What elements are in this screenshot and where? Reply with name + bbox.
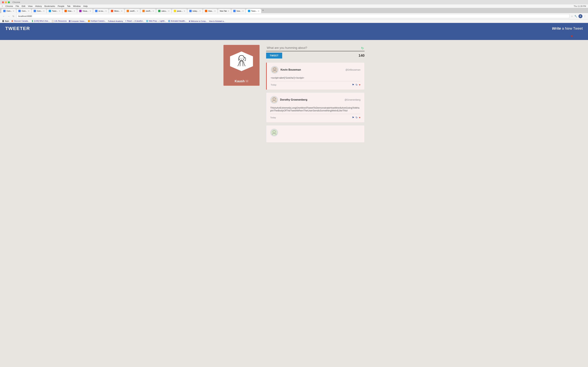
maximize-button[interactable] (8, 1, 10, 3)
tweet-actions-2: ⚑ ↻ ♥ (352, 116, 361, 119)
tweet-avatar-1 (271, 66, 279, 74)
tweet-button[interactable]: TWEET (266, 53, 282, 58)
menu-bookmarks[interactable]: Bookmarks (44, 5, 55, 7)
bm-kickstart[interactable]: How to Kickstart a... (209, 20, 225, 22)
bm-animated[interactable]: 🌀 Animated Headlin... (168, 20, 186, 22)
compose-input-wrapper: ↻ (266, 45, 364, 51)
title-bar: Chrome (0, 0, 588, 4)
arrow-down-icon: ♥ (571, 34, 573, 38)
heart-icon-2[interactable]: ♥ (359, 116, 361, 119)
compose-input[interactable] (266, 45, 364, 51)
menu-help[interactable]: Help (83, 5, 88, 7)
reload-button[interactable]: ↻ (12, 15, 15, 18)
menu-edit[interactable]: Edit (22, 5, 25, 7)
tab-no-ou[interactable]: no ou... ✕ (93, 9, 109, 13)
tweet-footer-2: Today ⚑ ↻ ♥ (270, 116, 360, 119)
menu-dots[interactable]: ⋮ (584, 15, 586, 17)
tweet-avatar-2 (270, 96, 278, 104)
menu-file[interactable]: File (16, 5, 19, 7)
tweet-user-1: Kevin Bouwman (271, 66, 301, 74)
extensions-icon[interactable]: 🔧 (574, 15, 577, 17)
profile-name-area: Kaush M (224, 78, 259, 86)
bookmarks-bar: 📱 Apps 🍁 Discover Canada... 💲 [LIVE] Who… (0, 19, 588, 23)
compose-actions: TWEET 140 (266, 53, 364, 58)
back-button[interactable]: ← (2, 15, 6, 18)
browser-chrome: Chrome  Chrome File Edit View History B… (0, 0, 588, 23)
tab-overfl2[interactable]: overfl... ✕ (140, 9, 156, 13)
system-clock: Thu 11:39 PM (574, 5, 586, 7)
menu-apple[interactable]:  (2, 5, 3, 7)
bookmark-star[interactable]: ☆ (571, 15, 573, 17)
menu-window[interactable]: Window (73, 5, 81, 7)
bm-react[interactable]: ⚛ React — A JavaScr... (125, 20, 144, 22)
retweet-icon-2[interactable]: ↻ (355, 116, 358, 119)
tab-visual[interactable]: Visua... ✕ (77, 9, 93, 13)
minimize-button[interactable] (5, 1, 7, 3)
refresh-icon[interactable]: ↻ (361, 46, 364, 50)
tab-how2[interactable]: How... ✕ (203, 9, 217, 13)
tweet-footer-1: Today ⚑ ↻ ♥ (271, 83, 360, 86)
menu-chrome[interactable]: Chrome (5, 5, 13, 7)
svg-point-10 (275, 99, 275, 99)
menu-bar:  Chrome File Edit View History Bookmark… (0, 4, 588, 8)
profile-first-name: Kaush (235, 79, 245, 83)
bm-lhl[interactable]: 📋 LHL Resources (52, 20, 67, 22)
tab-today[interactable]: today... ✕ (187, 9, 203, 13)
forward-button[interactable]: → (7, 15, 10, 18)
tweet-handle-2: @Groenenberg (345, 99, 360, 101)
tab-tweet-active[interactable]: Twee... ✕ (246, 9, 261, 13)
tweet-avatar-3 (270, 129, 278, 136)
app-header-wrapper: TWEETER Write a New Tweet ♥ (0, 23, 588, 40)
bm-hubspot[interactable]: 🟠 HubSpot Careers... (88, 20, 106, 22)
bm-webprep[interactable]: 🌐 Web Prep — Lighth... (146, 20, 166, 22)
menu-people[interactable]: People (58, 5, 64, 7)
bm-cv[interactable]: 🖼 Computer Vision... (69, 20, 86, 22)
tab-how1[interactable]: How... ✕ (62, 9, 77, 13)
bm-discover[interactable]: 🍁 Discover Canada... (11, 20, 29, 22)
menu-history[interactable]: History (35, 5, 42, 7)
tweet-avatar-svg-1 (271, 67, 278, 73)
svg-point-5 (274, 69, 274, 69)
close-button[interactable] (2, 1, 4, 3)
tweet-body-1: <script>alert('Gotcha')</script> (271, 76, 360, 81)
bm-fullstack[interactable]: Fullstack Academy (108, 20, 123, 22)
tab-overfl1[interactable]: overfl... ✕ (125, 9, 140, 13)
heart-icon-1[interactable]: ♥ (359, 83, 361, 86)
tweet-username-2: Dorothy Groenenberg (280, 98, 307, 101)
tab-tweet1[interactable]: Twee... ✕ (47, 9, 62, 13)
tab-new[interactable]: New Tab ✕ (218, 9, 231, 13)
user-avatar-browser[interactable]: K (579, 14, 582, 18)
svg-point-9 (274, 99, 274, 99)
bm-live[interactable]: 💲 [LIVE] Who's free... (31, 20, 50, 22)
tab-mess[interactable]: Mess... ✕ (109, 9, 124, 13)
flag-icon-1[interactable]: ⚑ (352, 83, 354, 86)
svg-point-6 (275, 69, 275, 69)
write-new-tweet-header: Write a New Tweet (552, 26, 583, 31)
tab-javas[interactable]: javas... ✕ (172, 9, 187, 13)
tweet-avatar-svg-3 (271, 129, 277, 136)
tab-how3[interactable]: how... ✕ (231, 9, 246, 13)
tweet-avatar-svg-2 (271, 97, 277, 103)
tab-comp2[interactable]: Com... ✕ (17, 9, 31, 13)
tweet-card-3 (266, 125, 364, 142)
bm-welcome[interactable]: 🖥 Welcome to Comp... (189, 20, 207, 22)
app-header: TWEETER Write a New Tweet (0, 23, 588, 34)
apps-bookmark[interactable]: 📱 Apps (2, 20, 9, 22)
new-tab-button[interactable]: + (262, 9, 264, 13)
flag-icon-2[interactable]: ⚑ (352, 116, 354, 119)
tweet-header-1: Kevin Bouwman @DrBouwman (271, 66, 360, 74)
menu-tab[interactable]: Tab (67, 5, 70, 7)
tab-comp1[interactable]: Com... ✕ (1, 9, 16, 13)
profile-avatar-svg (234, 54, 249, 69)
tweets-list: Kevin Bouwman @DrBouwman <script>alert('… (266, 62, 364, 142)
retweet-icon-1[interactable]: ↻ (355, 83, 358, 86)
tweet-body-2: ThisIsAnExtremelyLongOneWordTweetToDemon… (270, 106, 360, 114)
menu-view[interactable]: View (28, 5, 33, 7)
tweet-card-1: Kevin Bouwman @DrBouwman <script>alert('… (266, 62, 364, 90)
tab-comp3[interactable]: Com... ✕ (32, 9, 46, 13)
svg-point-2 (242, 58, 243, 58)
main-content: Kaush M ↻ TWEET 140 (220, 40, 368, 148)
url-input[interactable]: localhost:8080 (17, 14, 570, 18)
tab-calcu[interactable]: calcu... ✕ (156, 9, 172, 13)
write-label: Write (552, 26, 561, 31)
